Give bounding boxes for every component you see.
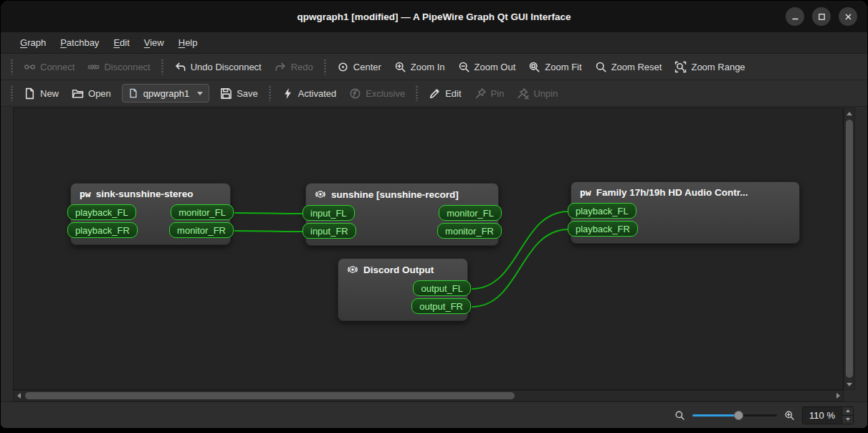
zoom-spinbox[interactable]: 110 %: [802, 406, 854, 424]
port-input-fr[interactable]: input_FR: [302, 223, 356, 239]
zoom-out-label: Zoom Out: [474, 62, 516, 72]
port-output-fr[interactable]: output_FR: [411, 298, 471, 314]
center-icon: [337, 61, 349, 73]
maximize-icon: [818, 13, 826, 21]
port-monitor-fl[interactable]: monitor_FL: [439, 205, 502, 221]
scroll-down-arrow[interactable]: [844, 379, 854, 389]
node-sink-sunshine-stereo[interactable]: pw sink-sunshine-stereo playback_FL play…: [70, 183, 231, 245]
zoom-slider[interactable]: [692, 409, 777, 421]
graph-view: pw sink-sunshine-stereo playback_FL play…: [13, 108, 855, 401]
zoom-range-button[interactable]: Zoom Range: [668, 57, 751, 77]
port-playback-fr[interactable]: playback_FR: [568, 221, 638, 237]
menu-edit-label: dit: [120, 37, 130, 48]
zoom-out-button[interactable]: Zoom Out: [452, 57, 523, 77]
zoom-reset-button[interactable]: Zoom Reset: [588, 57, 669, 77]
menu-help[interactable]: Help: [171, 34, 205, 51]
unpin-icon: [517, 87, 529, 100]
menu-help-mnemonic: H: [178, 37, 185, 48]
port-playback-fl[interactable]: playback_FL: [67, 204, 136, 220]
node-family-hd-audio[interactable]: pw Family 17h/19h HD Audio Contr... play…: [571, 181, 800, 244]
port-output-fl[interactable]: output_FL: [413, 280, 471, 296]
toolbar-drag-handle[interactable]: [268, 85, 272, 101]
toolbar-drag-handle[interactable]: [415, 85, 419, 101]
central-area: pw sink-sunshine-stereo playback_FL play…: [1, 107, 867, 401]
zoom-slider-handle[interactable]: [734, 411, 743, 420]
horizontal-scrollbar[interactable]: [13, 390, 844, 401]
port-monitor-fl[interactable]: monitor_FL: [171, 204, 234, 220]
menu-view[interactable]: View: [137, 34, 171, 51]
new-label: New: [40, 88, 59, 99]
node-header: pw Family 17h/19h HD Audio Contr...: [571, 182, 799, 201]
zoom-spin-down[interactable]: [842, 415, 853, 424]
exclusive-toggle[interactable]: Exclusive: [343, 84, 411, 103]
vertical-scrollbar[interactable]: [844, 108, 855, 390]
undo-disconnect-button[interactable]: Undo Disconnect: [168, 57, 268, 77]
zoom-value[interactable]: 110 %: [803, 407, 841, 424]
edit-button[interactable]: Edit: [422, 84, 467, 103]
toolbar-drag-handle[interactable]: [10, 85, 14, 101]
menubar: Graph Patchbay Edit View Help: [1, 32, 867, 54]
port-monitor-fr[interactable]: monitor_FR: [437, 223, 502, 239]
unpin-button[interactable]: Unpin: [510, 84, 564, 103]
vertical-scroll-thumb[interactable]: [846, 120, 853, 378]
redo-label: Redo: [291, 62, 313, 72]
node-sunshine-record[interactable]: sunshine [sunshine-record] input_FL inpu…: [305, 183, 499, 246]
menu-patchbay[interactable]: Patchbay: [53, 34, 106, 51]
menu-edit[interactable]: Edit: [106, 34, 136, 51]
exclusive-label: Exclusive: [366, 88, 405, 99]
scroll-right-arrow[interactable]: [833, 391, 843, 401]
menu-view-mnemonic: V: [144, 37, 150, 48]
center-label: Center: [353, 62, 381, 72]
port-input-fl[interactable]: input_FL: [302, 205, 355, 221]
port-monitor-fr[interactable]: monitor_FR: [169, 222, 234, 238]
pin-icon: [474, 87, 487, 100]
save-label: Save: [237, 88, 258, 99]
pipewire-icon: pw: [580, 188, 591, 197]
patchbay-profile-select[interactable]: qpwgraph1: [122, 84, 209, 103]
graph-canvas[interactable]: pw sink-sunshine-stereo playback_FL play…: [13, 108, 844, 390]
zoom-fit-button[interactable]: Zoom Fit: [522, 57, 588, 77]
redo-button[interactable]: Redo: [268, 57, 320, 77]
menu-help-label: elp: [185, 37, 197, 48]
disconnect-button[interactable]: Disconnect: [81, 57, 156, 77]
open-folder-icon: [72, 87, 84, 100]
zoom-out-icon: [674, 410, 685, 421]
record-stream-icon: [315, 189, 326, 200]
zoom-in-button[interactable]: Zoom In: [388, 57, 452, 77]
zoom-spin-up[interactable]: [842, 407, 853, 415]
node-discord-output[interactable]: Discord Output output_FL output_FR: [338, 258, 468, 321]
save-button[interactable]: Save: [214, 84, 264, 103]
connect-button[interactable]: Connect: [17, 57, 81, 77]
pin-button[interactable]: Pin: [468, 84, 511, 103]
toolbar-drag-handle[interactable]: [161, 59, 164, 75]
toolbar-drag-handle[interactable]: [323, 59, 327, 75]
zoom-reset-label: Zoom Reset: [611, 62, 662, 72]
horizontal-scroll-thumb[interactable]: [25, 392, 515, 399]
minimize-button[interactable]: [786, 7, 804, 26]
undo-icon: [174, 61, 186, 73]
toolbar-drag-handle[interactable]: [10, 59, 14, 75]
activated-label: Activated: [298, 88, 336, 99]
scroll-up-arrow[interactable]: [844, 108, 854, 118]
center-button[interactable]: Center: [330, 57, 388, 77]
scroll-left-arrow[interactable]: [14, 391, 24, 401]
graph-toolbar: Connect Disconnect Undo Disconnect Redo …: [1, 54, 867, 80]
activated-toggle[interactable]: Activated: [275, 84, 343, 103]
port-playback-fl[interactable]: playback_FL: [568, 203, 636, 219]
zoom-in-icon: [784, 410, 795, 421]
zoom-reset-icon: [595, 61, 607, 73]
open-label: Open: [88, 88, 111, 99]
redo-icon: [275, 61, 287, 73]
port-playback-fr[interactable]: playback_FR: [67, 222, 138, 238]
maximize-button[interactable]: [812, 7, 831, 26]
pipewire-icon: pw: [80, 189, 91, 199]
window-controls: [786, 7, 857, 26]
zoom-fit-label: Zoom Fit: [545, 62, 581, 72]
new-button[interactable]: New: [17, 84, 65, 103]
menu-graph[interactable]: Graph: [13, 34, 53, 51]
open-button[interactable]: Open: [65, 84, 118, 103]
lightning-icon: [282, 87, 294, 100]
window-title: qpwgraph1 [modified] — A PipeWire Graph …: [297, 11, 571, 22]
menu-patchbay-label: atchbay: [67, 37, 100, 48]
close-button[interactable]: [839, 7, 857, 26]
